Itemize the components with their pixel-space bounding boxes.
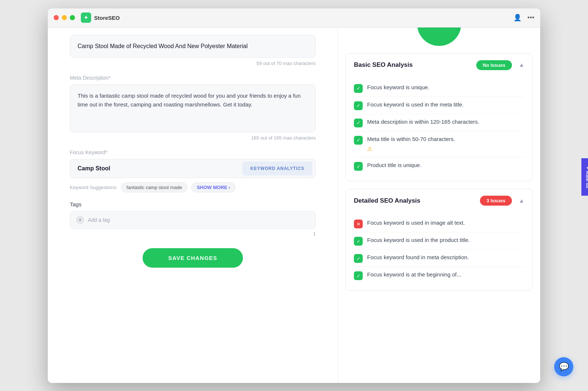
check-pass-icon-2: ✓ xyxy=(354,101,363,110)
detailed-check-text-3: Focus keyword found in meta description. xyxy=(367,253,524,262)
rate-us-button[interactable]: ✦ Rate us xyxy=(582,158,588,196)
basic-seo-body: ✓ Focus keyword is unique. ✓ Focus keywo… xyxy=(346,77,533,181)
tag-remove-icon[interactable]: × xyxy=(76,216,84,224)
check-pass-icon-d3: ✓ xyxy=(354,254,363,263)
detailed-check-item-4: ✓ Focus keyword is at the beginning of..… xyxy=(354,267,524,284)
meta-description-field[interactable]: This is a fantastic camp stool made of r… xyxy=(70,84,316,132)
detailed-check-text-1: Focus keyword is used in image alt text. xyxy=(367,219,524,227)
save-btn-container: SAVE CHANGES xyxy=(70,248,316,268)
check-pass-icon: ✓ xyxy=(354,84,363,93)
meta-title-field[interactable]: Camp Stool Made of Recycled Wood And New… xyxy=(70,35,316,58)
check-pass-icon-3: ✓ xyxy=(354,119,363,127)
focus-keyword-label: Focus Keyword* xyxy=(70,149,316,155)
meta-description-char-count: 165 out of 165 max characters xyxy=(70,135,316,141)
detailed-seo-body: ✕ Focus keyword is used in image alt tex… xyxy=(346,212,533,290)
check-item-4: ✓ Meta title is within 50-70 characters.… xyxy=(354,131,524,158)
close-button[interactable] xyxy=(54,15,59,20)
detailed-check-text-2: Focus keyword is used in the product tit… xyxy=(367,236,524,245)
check-pass-icon-d4: ✓ xyxy=(354,271,363,280)
focus-keyword-input-row: KEYWORD ANALYTICS xyxy=(70,159,316,178)
keyword-suggestion-chip[interactable]: fantastic camp stool made xyxy=(121,182,187,192)
check-pass-icon-d2: ✓ xyxy=(354,237,363,246)
basic-seo-card: Basic SEO Analysis No Issues ▲ ✓ Focus k… xyxy=(345,53,533,182)
check-text-3: Meta description is within 120-165 chara… xyxy=(367,118,524,126)
titlebar: ✦ StoreSEO 👤 ••• xyxy=(48,8,540,28)
check-text-4: Meta title is within 50-70 characters. ⚠ xyxy=(367,135,524,154)
app-logo: ✦ xyxy=(81,12,91,23)
check-text-1: Focus keyword is unique. xyxy=(367,83,524,92)
focus-keyword-section: Focus Keyword* KEYWORD ANALYTICS Keyword… xyxy=(70,149,316,192)
basic-seo-collapse-icon[interactable]: ▲ xyxy=(519,62,524,68)
titlebar-actions: 👤 ••• xyxy=(513,14,534,22)
keyword-suggestions-label: Keyword Suggestions: xyxy=(70,185,117,190)
left-panel: Camp Stool Made of Recycled Wood And New… xyxy=(48,28,338,383)
detailed-seo-header: Detailed SEO Analysis 3 Issues ▲ xyxy=(346,189,533,212)
basic-seo-header: Basic SEO Analysis No Issues ▲ xyxy=(346,54,533,77)
right-panel: Basic SEO Analysis No Issues ▲ ✓ Focus k… xyxy=(338,28,540,383)
logo-circle xyxy=(417,28,461,46)
person-icon[interactable]: 👤 xyxy=(513,14,521,22)
check-item-1: ✓ Focus keyword is unique. xyxy=(354,80,524,97)
check-pass-icon-4: ✓ xyxy=(354,136,363,145)
minimize-button[interactable] xyxy=(62,15,67,20)
meta-description-label: Meta Description* xyxy=(70,75,316,81)
traffic-lights xyxy=(54,15,75,20)
basic-seo-title: Basic SEO Analysis xyxy=(354,61,413,69)
show-more-button[interactable]: SHOW MORE › xyxy=(191,182,236,192)
keyword-analytics-button[interactable]: KEYWORD ANALYTICS xyxy=(242,162,312,175)
keyword-suggestions-row: Keyword Suggestions: fantastic camp stoo… xyxy=(70,182,316,192)
meta-title-char-count: 59 out of 70 max characters xyxy=(70,61,316,66)
tags-char-count: 1 xyxy=(70,231,316,236)
detailed-seo-card: Detailed SEO Analysis 3 Issues ▲ ✕ Focus… xyxy=(345,189,533,291)
detailed-seo-collapse-icon[interactable]: ▲ xyxy=(519,198,524,204)
save-changes-button[interactable]: SAVE CHANGES xyxy=(143,248,243,268)
check-pass-icon-5: ✓ xyxy=(354,162,363,171)
check-text-5: Product title is unique. xyxy=(367,161,524,170)
logo-circle-container xyxy=(345,28,533,53)
focus-keyword-input[interactable] xyxy=(70,159,239,178)
detailed-check-item-2: ✓ Focus keyword is used in the product t… xyxy=(354,232,524,250)
basic-seo-badge: No Issues xyxy=(476,60,512,70)
app-name: StoreSEO xyxy=(94,15,120,21)
check-item-2: ✓ Focus keyword is used in the meta titl… xyxy=(354,97,524,114)
detailed-seo-title: Detailed SEO Analysis xyxy=(354,197,420,204)
detailed-check-item-1: ✕ Focus keyword is used in image alt tex… xyxy=(354,215,524,232)
detailed-check-text-4: Focus keyword is at the beginning of... xyxy=(367,271,524,279)
tags-input-box[interactable]: × Add a tag xyxy=(70,211,316,229)
more-icon[interactable]: ••• xyxy=(527,14,534,22)
tags-placeholder: Add a tag xyxy=(88,217,110,223)
warning-icon: ⚠ xyxy=(367,145,372,153)
check-item-3: ✓ Meta description is within 120-165 cha… xyxy=(354,114,524,131)
detailed-seo-badge: 3 Issues xyxy=(480,196,512,206)
check-item-5: ✓ Product title is unique. xyxy=(354,158,524,174)
detailed-check-item-3: ✓ Focus keyword found in meta descriptio… xyxy=(354,250,524,267)
tags-label: Tags xyxy=(70,201,316,207)
check-fail-icon-1: ✕ xyxy=(354,220,363,228)
check-text-2: Focus keyword is used in the meta title. xyxy=(367,101,524,109)
tags-section: Tags × Add a tag 1 xyxy=(70,201,316,236)
maximize-button[interactable] xyxy=(70,15,75,20)
chat-button[interactable]: 💬 xyxy=(554,357,573,376)
